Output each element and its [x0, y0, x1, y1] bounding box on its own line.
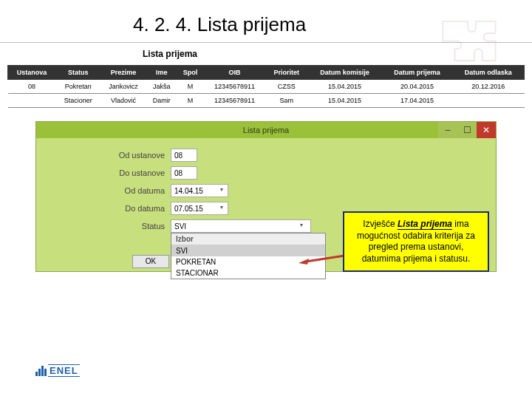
- logo-enel: ENEL: [35, 364, 80, 377]
- logo-bars-icon: [35, 366, 47, 376]
- input-do-ustanove[interactable]: 08: [171, 166, 197, 180]
- col-ime: Ime: [146, 66, 177, 80]
- label-status: Status: [47, 222, 165, 231]
- select-status[interactable]: SVI ▾: [171, 219, 311, 233]
- chevron-down-icon[interactable]: ▾: [300, 222, 309, 231]
- minimize-button[interactable]: –: [438, 122, 457, 138]
- col-datum-komisije: Datum komisije: [307, 66, 382, 80]
- chevron-down-icon[interactable]: ▾: [217, 204, 226, 213]
- label-od-datuma: Od datuma: [47, 186, 165, 195]
- input-od-ustanove[interactable]: 08: [171, 149, 197, 162]
- col-spol: Spol: [177, 66, 203, 80]
- col-oib: OIB: [204, 66, 266, 80]
- input-od-datuma[interactable]: 14.04.15 ▾: [171, 184, 228, 197]
- col-ustanova: Ustanova: [8, 66, 56, 80]
- dropdown-heading: Izbor: [171, 233, 325, 245]
- close-button[interactable]: ✕: [477, 122, 496, 138]
- callout-note: Izvješće Lista prijema ima mogućnost oda…: [343, 211, 489, 272]
- table-row: Stacioner Vladović Damir M 12345678911 S…: [8, 94, 525, 108]
- label-do-datuma: Do datuma: [47, 204, 165, 213]
- col-status: Status: [56, 66, 100, 80]
- label-od-ustanove: Od ustanove: [47, 151, 165, 160]
- callout-arrow: [299, 253, 346, 265]
- maximize-button[interactable]: ☐: [457, 122, 477, 138]
- col-prezime: Prezime: [100, 66, 146, 80]
- callout-text-em: Lista prijema: [398, 219, 452, 230]
- svg-line-0: [306, 256, 344, 262]
- callout-text-pre: Izvješće: [363, 219, 398, 229]
- ok-button[interactable]: OK: [132, 255, 169, 268]
- chevron-down-icon[interactable]: ▾: [217, 186, 226, 195]
- dialog-title: Lista prijema: [36, 126, 496, 134]
- logo-text: ENEL: [48, 364, 80, 377]
- puzzle-decoration: [436, 15, 502, 74]
- label-do-ustanove: Do ustanove: [47, 168, 165, 177]
- col-prioritet: Prioritet: [265, 66, 307, 80]
- dropdown-option[interactable]: STACIONAR: [171, 267, 325, 279]
- input-do-datuma[interactable]: 07.05.15 ▾: [171, 202, 228, 215]
- table-row: 08 Pokretan Jankovicz Jakša M 1234567891…: [8, 80, 525, 94]
- dialog-titlebar[interactable]: Lista prijema – ☐ ✕: [36, 122, 496, 138]
- svg-marker-1: [299, 259, 309, 265]
